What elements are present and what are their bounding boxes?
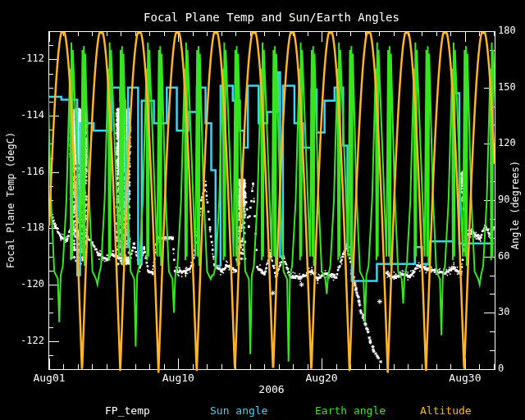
chart-window: Focal Plane Temp and Sun/Earth Angles Fo… <box>0 0 525 420</box>
y-right-tick-label: 180 <box>498 25 516 36</box>
y-right-tick-label: 150 <box>498 81 516 93</box>
y-left-tick-label: -120 <box>0 278 44 290</box>
y-axis-right-label: Angle (degrees) <box>509 161 521 249</box>
legend-item-altitude: Altitude <box>420 405 472 417</box>
y-left-tick-label: -112 <box>0 52 44 64</box>
x-tick-label: Aug10 <box>162 372 194 384</box>
y-left-tick-label: -116 <box>0 166 44 177</box>
chart-plot-canvas <box>0 0 525 420</box>
chart-title: Focal Plane Temp and Sun/Earth Angles <box>144 11 399 23</box>
legend-item-sun-angle: Sun angle <box>210 405 267 417</box>
y-right-tick-label: 60 <box>498 250 509 262</box>
y-right-tick-label: 0 <box>498 363 504 374</box>
y-right-tick-label: 90 <box>498 194 509 205</box>
y-left-tick-label: -122 <box>0 335 44 346</box>
x-tick-label: Aug01 <box>33 372 65 384</box>
y-right-tick-label: 120 <box>498 137 516 148</box>
legend-item-earth-angle: Earth angle <box>315 405 386 417</box>
legend-item-fp-temp: FP_temp <box>105 405 150 417</box>
y-left-tick-label: -114 <box>0 109 44 121</box>
y-axis-left-label: Focal Plane Temp (degC) <box>5 132 16 268</box>
y-right-tick-label: 30 <box>498 306 509 317</box>
x-tick-label: Aug30 <box>449 372 481 384</box>
y-left-tick-label: -118 <box>0 221 44 233</box>
x-axis-year-label: 2006 <box>258 384 284 395</box>
x-tick-label: Aug20 <box>306 372 338 384</box>
